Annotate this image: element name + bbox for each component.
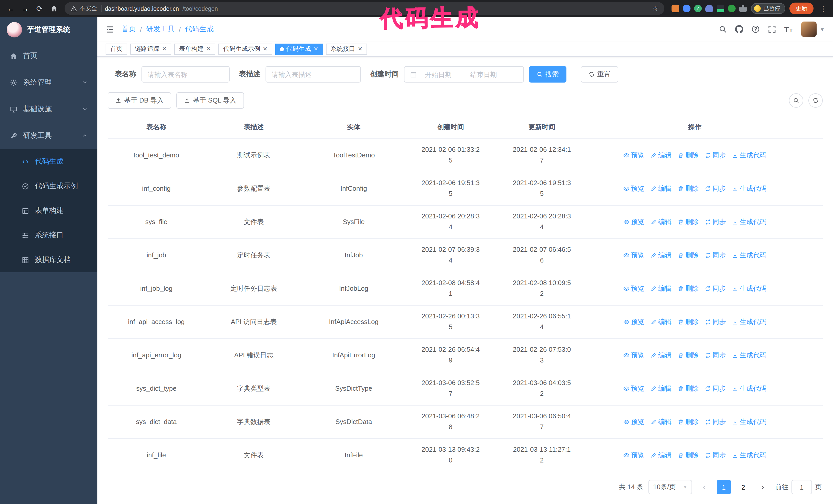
generate-code-link[interactable]: 生成代码 [732,217,766,227]
help-icon[interactable] [752,25,760,33]
preview-link[interactable]: 预览 [623,283,644,294]
generate-code-link[interactable]: 生成代码 [732,383,766,394]
sidebar-item-system[interactable]: 系统管理 [0,69,97,96]
generate-code-link[interactable]: 生成代码 [732,250,766,261]
browser-refresh-icon[interactable]: ⟳ [33,2,46,15]
close-icon[interactable]: ✕ [358,46,362,52]
delete-link[interactable]: 删除 [678,350,699,361]
generate-code-link[interactable]: 生成代码 [732,350,766,361]
page-size-select[interactable]: 10条/页 ▼ [648,480,692,494]
edit-link[interactable]: 编辑 [650,317,671,327]
edit-link[interactable]: 编辑 [650,416,671,427]
delete-link[interactable]: 删除 [678,317,699,327]
browser-home-icon[interactable] [47,2,61,15]
tab-system-api[interactable]: 系统接口✕ [326,43,367,55]
sidebar-item-home[interactable]: 首页 [0,43,97,69]
edit-link[interactable]: 编辑 [650,283,671,294]
preview-link[interactable]: 预览 [623,416,644,427]
sidebar-fold-icon[interactable] [105,25,114,33]
date-end-input[interactable] [465,71,502,78]
security-warning[interactable]: 不安全 [71,5,97,12]
prev-page-button[interactable]: ‹ [697,480,712,494]
sidebar-item-codegen-example[interactable]: 代码生成示例 [0,174,97,198]
sync-link[interactable]: 同步 [705,250,726,261]
edit-link[interactable]: 编辑 [650,383,671,394]
paused-badge[interactable]: 已暂停 [751,3,785,14]
delete-link[interactable]: 删除 [678,450,699,461]
generate-code-link[interactable]: 生成代码 [732,150,766,161]
tab-tracing[interactable]: 链路追踪✕ [130,43,171,55]
page-button-2[interactable]: 2 [736,480,751,494]
bookmark-star-icon[interactable]: ☆ [652,5,658,12]
date-start-input[interactable] [420,71,457,78]
delete-link[interactable]: 删除 [678,183,699,194]
extension-leaf-icon[interactable] [728,5,736,12]
edit-link[interactable]: 编辑 [650,350,671,361]
delete-link[interactable]: 删除 [678,283,699,294]
generate-code-link[interactable]: 生成代码 [732,416,766,427]
breadcrumb-devtools[interactable]: 研发工具 [146,25,175,34]
font-size-icon[interactable]: TT [784,25,793,33]
extension-green-check-icon[interactable]: ✓ [694,5,702,12]
search-icon[interactable] [719,25,727,33]
extension-people-icon[interactable] [705,5,713,12]
preview-link[interactable]: 预览 [623,183,644,194]
table-name-input[interactable] [148,71,223,78]
sidebar-item-form-builder[interactable]: 表单构建 [0,198,97,223]
goto-page-input[interactable] [791,480,812,494]
fullscreen-icon[interactable] [768,25,776,33]
browser-menu-icon[interactable]: ⋮ [818,4,829,13]
sync-link[interactable]: 同步 [705,183,726,194]
delete-link[interactable]: 删除 [678,150,699,161]
tab-codegen[interactable]: 代码生成✕ [275,43,323,55]
sidebar-item-codegen[interactable]: 代码生成 [0,149,97,174]
preview-link[interactable]: 预览 [623,383,644,394]
preview-link[interactable]: 预览 [623,450,644,461]
extension-blue-drop-icon[interactable] [683,5,690,12]
refresh-table-button[interactable] [808,93,823,108]
delete-link[interactable]: 删除 [678,416,699,427]
address-bar[interactable]: 不安全 dashboard.yudao.iocoder.cn/tool/code… [65,2,664,15]
generate-code-link[interactable]: 生成代码 [732,183,766,194]
extension-orange-icon[interactable] [671,5,679,12]
close-icon[interactable]: ✕ [263,46,267,52]
breadcrumb-home[interactable]: 首页 [121,25,136,34]
sync-link[interactable]: 同步 [705,317,726,327]
import-db-button[interactable]: 基于 DB 导入 [108,92,171,109]
sync-link[interactable]: 同步 [705,150,726,161]
date-range-picker[interactable]: - [404,66,524,82]
sync-link[interactable]: 同步 [705,350,726,361]
sync-link[interactable]: 同步 [705,217,726,227]
sidebar-item-devtools[interactable]: 研发工具 [0,123,97,149]
sync-link[interactable]: 同步 [705,283,726,294]
tab-form-builder[interactable]: 表单构建✕ [174,43,215,55]
github-icon[interactable] [735,25,743,33]
user-menu[interactable]: ▼ [801,22,825,37]
delete-link[interactable]: 删除 [678,217,699,227]
preview-link[interactable]: 预览 [623,317,644,327]
sync-link[interactable]: 同步 [705,416,726,427]
browser-back-icon[interactable]: ← [4,2,18,15]
edit-link[interactable]: 编辑 [650,250,671,261]
edit-link[interactable]: 编辑 [650,150,671,161]
close-icon[interactable]: ✕ [162,46,167,52]
sidebar-item-infra[interactable]: 基础设施 [0,96,97,123]
delete-link[interactable]: 删除 [678,383,699,394]
search-button[interactable]: 搜索 [529,66,567,82]
close-icon[interactable]: ✕ [206,46,211,52]
browser-update-button[interactable]: 更新 [789,3,813,14]
close-icon[interactable]: ✕ [313,46,318,52]
preview-link[interactable]: 预览 [623,250,644,261]
generate-code-link[interactable]: 生成代码 [732,317,766,327]
edit-link[interactable]: 编辑 [650,450,671,461]
preview-link[interactable]: 预览 [623,350,644,361]
preview-link[interactable]: 预览 [623,217,644,227]
extensions-puzzle-icon[interactable] [739,5,747,12]
page-button-1[interactable]: 1 [717,480,731,494]
sidebar-logo[interactable]: 芋道管理系统 [0,17,97,43]
import-sql-button[interactable]: 基于 SQL 导入 [176,92,244,109]
reset-button[interactable]: 重置 [581,66,618,82]
generate-code-link[interactable]: 生成代码 [732,283,766,294]
generate-code-link[interactable]: 生成代码 [732,450,766,461]
toggle-search-button[interactable] [789,93,803,108]
